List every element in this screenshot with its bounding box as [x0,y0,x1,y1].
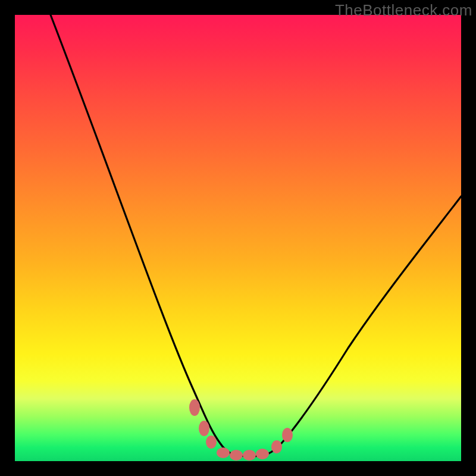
marker-group [189,399,293,461]
chart-svg [15,15,461,461]
marker-dot [282,428,293,442]
marker-dot [243,450,256,461]
marker-dot [256,449,269,459]
marker-dot [189,399,200,416]
marker-dot [230,450,243,461]
marker-dot [199,421,209,436]
marker-dot [217,447,230,458]
marker-dot [271,440,282,453]
marker-dot [206,436,217,449]
chart-plot-area [15,15,461,461]
watermark-text: TheBottleneck.com [335,1,472,20]
chart-frame: TheBottleneck.com [0,0,476,476]
bottleneck-curve [51,15,461,456]
